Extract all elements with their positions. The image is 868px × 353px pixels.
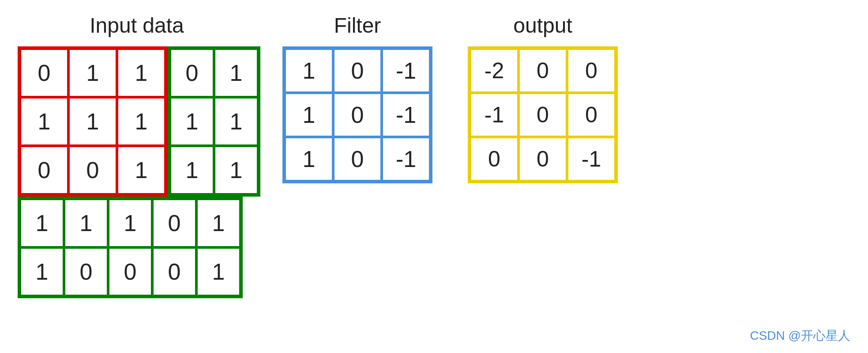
table-row: 0 (20, 49, 68, 97)
table-row: -1 (567, 137, 616, 181)
table-row: 1 (285, 137, 333, 181)
table-row: 0 (68, 146, 117, 194)
table-row: 1 (68, 97, 117, 146)
table-row: 1 (170, 97, 214, 146)
input-data-grid-wrapper: 011111001 011111 1110110001 (18, 46, 256, 303)
table-row: 1 (68, 49, 117, 97)
table-row: -1 (382, 49, 430, 93)
table-row: -1 (470, 93, 519, 137)
table-row: 1 (20, 247, 64, 296)
watermark: CSDN @开心星人 (750, 327, 850, 344)
table-row: 1 (117, 97, 165, 146)
input-data-title: Input data (90, 13, 184, 38)
green-top-right-matrix: 011111 (168, 46, 260, 197)
table-row: 0 (152, 247, 196, 296)
table-row: 1 (108, 199, 152, 247)
table-row: 1 (214, 97, 258, 146)
table-row: 0 (170, 49, 214, 97)
table-row: 0 (567, 49, 616, 93)
table-row: 1 (170, 146, 214, 194)
table-row: -1 (382, 93, 430, 137)
table-row: 0 (20, 146, 68, 194)
filter-section: Filter 10-110-110-1 (282, 13, 432, 183)
table-row: 1 (20, 97, 68, 146)
table-row: 1 (214, 146, 258, 194)
table-row: 0 (519, 137, 567, 181)
output-title: output (513, 13, 572, 38)
filter-matrix: 10-110-110-1 (282, 46, 432, 183)
green-bottom-matrix: 1110110001 (18, 197, 243, 298)
table-row: 0 (333, 93, 382, 137)
table-row: 0 (519, 93, 567, 137)
table-row: 0 (470, 137, 519, 181)
table-row: 1 (117, 146, 165, 194)
table-row: 0 (567, 93, 616, 137)
output-section: output -200-10000-1 (468, 13, 618, 183)
table-row: 1 (64, 199, 108, 247)
table-row: 1 (214, 49, 258, 97)
red-matrix: 011111001 (18, 46, 168, 197)
filter-title: Filter (334, 13, 381, 38)
table-row: -1 (382, 137, 430, 181)
table-row: 1 (117, 49, 165, 97)
table-row: 0 (519, 49, 567, 93)
table-row: 0 (333, 137, 382, 181)
table-row: 0 (108, 247, 152, 296)
table-row: 0 (333, 49, 382, 93)
table-row: 0 (64, 247, 108, 296)
table-row: 0 (152, 199, 196, 247)
table-row: 1 (196, 199, 240, 247)
table-row: 1 (285, 49, 333, 93)
table-row: 1 (196, 247, 240, 296)
input-data-section: Input data 011111001 011111 1110110001 (18, 13, 256, 303)
table-row: 1 (285, 93, 333, 137)
table-row: 1 (20, 199, 64, 247)
table-row: -2 (470, 49, 519, 93)
output-matrix: -200-10000-1 (468, 46, 618, 183)
main-container: Input data 011111001 011111 1110110001 F… (0, 0, 868, 353)
